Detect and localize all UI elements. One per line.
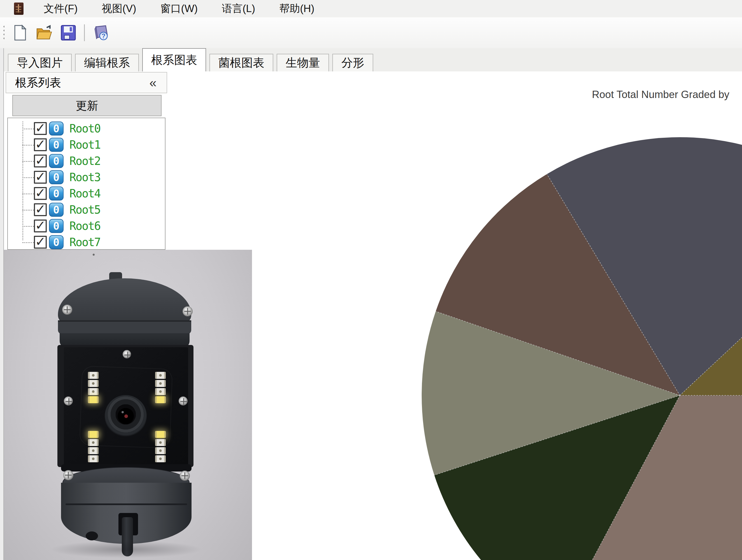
toolbar: ? — [0, 17, 742, 50]
menu-item-3[interactable]: 语言(L) — [218, 1, 259, 17]
tab-5[interactable]: 分形 — [332, 54, 373, 71]
menu-item-0[interactable]: 文件(F) — [40, 1, 82, 17]
root-label-7[interactable]: Root7 — [69, 236, 100, 249]
device-bottom-cap-seam — [65, 503, 187, 505]
root-color-badge-5[interactable]: 0 — [49, 203, 63, 217]
open-file-button[interactable] — [36, 24, 53, 41]
app-icon — [14, 3, 23, 15]
camera-lens-glint — [121, 411, 124, 413]
screw — [63, 470, 73, 480]
root-color-badge-2[interactable]: 0 — [49, 154, 63, 168]
screw — [180, 471, 190, 481]
main-content: Root Total Number Graded by 根系列表 « 更新 ✓0… — [0, 71, 742, 560]
screw — [182, 306, 193, 316]
tab-1[interactable]: 编辑根系 — [75, 54, 139, 71]
save-floppy-icon — [60, 24, 76, 41]
photo-speck — [93, 254, 95, 256]
root-color-badge-7[interactable]: 0 — [49, 235, 63, 249]
tab-2[interactable]: 根系图表 — [142, 48, 206, 71]
camera-lens-sensor-glint — [124, 414, 128, 418]
new-document-icon — [13, 24, 28, 41]
root-checkbox-1[interactable]: ✓ — [34, 138, 47, 151]
root-label-3[interactable]: Root3 — [69, 171, 100, 184]
root-label-6[interactable]: Root6 — [69, 219, 100, 233]
root-label-4[interactable]: Root4 — [69, 187, 100, 200]
tab-3[interactable]: 菌根图表 — [209, 54, 273, 71]
menu-item-4[interactable]: 帮助(H) — [275, 1, 318, 17]
root-checkbox-6[interactable]: ✓ — [34, 219, 47, 233]
tab-bar: 导入图片编辑根系根系图表菌根图表生物量分形 — [0, 48, 742, 72]
chart-title: Root Total Number Graded by — [592, 89, 729, 101]
menu-item-1[interactable]: 视图(V) — [98, 1, 140, 17]
new-document-button[interactable] — [12, 24, 29, 41]
save-button[interactable] — [60, 24, 77, 41]
update-button[interactable]: 更新 — [12, 95, 162, 116]
camera-device-photo — [3, 250, 252, 560]
panel-collapse-button[interactable]: « — [149, 76, 157, 89]
toolbar-separator — [84, 24, 85, 41]
led-strip-top-left — [88, 372, 99, 404]
root-checkbox-3[interactable]: ✓ — [34, 171, 47, 184]
root-label-1[interactable]: Root1 — [69, 138, 100, 151]
screw — [62, 305, 72, 315]
toolbar-grip[interactable] — [3, 24, 4, 41]
root-color-badge-3[interactable]: 0 — [49, 170, 63, 184]
help-button[interactable]: ? — [92, 24, 109, 41]
window-left-edge — [0, 48, 4, 560]
root-row-0[interactable]: ✓0Root0 — [8, 121, 165, 136]
root-label-0[interactable]: Root0 — [69, 122, 100, 135]
root-tree-list: ✓0Root0✓0Root1✓0Root2✓0Root3✓0Root4✓0Roo… — [7, 117, 165, 250]
svg-text:?: ? — [102, 33, 106, 40]
screw — [179, 397, 188, 405]
tab-4[interactable]: 生物量 — [277, 54, 329, 71]
root-row-6[interactable]: ✓0Root6 — [8, 218, 165, 234]
tab-0[interactable]: 导入图片 — [8, 54, 72, 71]
root-analysis-app-window: { "menu_bar": { "app_icon": "root-scan-a… — [0, 0, 742, 560]
root-checkbox-5[interactable]: ✓ — [34, 203, 47, 216]
led-strip-bottom-right — [155, 431, 166, 463]
root-color-badge-6[interactable]: 0 — [49, 219, 63, 233]
screw — [123, 350, 131, 358]
root-row-1[interactable]: ✓0Root1 — [8, 137, 165, 152]
root-label-2[interactable]: Root2 — [69, 155, 100, 167]
root-row-4[interactable]: ✓0Root4 — [8, 186, 165, 201]
root-checkbox-2[interactable]: ✓ — [34, 155, 47, 167]
root-row-2[interactable]: ✓0Root2 — [8, 153, 165, 168]
menu-bar: 文件(F)视图(V)窗口(W)语言(L)帮助(H) — [0, 0, 742, 17]
panel-title: 根系列表 — [15, 75, 61, 91]
root-checkbox-0[interactable]: ✓ — [34, 122, 47, 135]
root-label-5[interactable]: Root5 — [69, 203, 100, 216]
led-strip-top-right — [155, 372, 166, 404]
device-bottom-hole — [86, 531, 98, 541]
led-strip-bottom-left — [88, 431, 99, 463]
root-color-badge-0[interactable]: 0 — [49, 121, 63, 136]
help-book-icon: ? — [92, 24, 109, 41]
root-checkbox-7[interactable]: ✓ — [34, 236, 47, 249]
root-row-5[interactable]: ✓0Root5 — [8, 202, 165, 217]
device-top-cap — [58, 278, 191, 326]
root-color-badge-1[interactable]: 0 — [49, 138, 63, 152]
root-checkbox-4[interactable]: ✓ — [34, 187, 47, 200]
menu-item-2[interactable]: 窗口(W) — [157, 1, 202, 17]
root-list-panel-header: 根系列表 « — [6, 72, 167, 93]
menu-items: 文件(F)视图(V)窗口(W)语言(L)帮助(H) — [23, 1, 318, 17]
screw — [64, 397, 73, 405]
root-row-3[interactable]: ✓0Root3 — [8, 170, 165, 185]
root-color-badge-4[interactable]: 0 — [49, 187, 63, 201]
open-folder-icon — [36, 24, 53, 41]
root-row-7[interactable]: ✓0Root7 — [8, 235, 165, 250]
device-shadow — [48, 541, 204, 558]
